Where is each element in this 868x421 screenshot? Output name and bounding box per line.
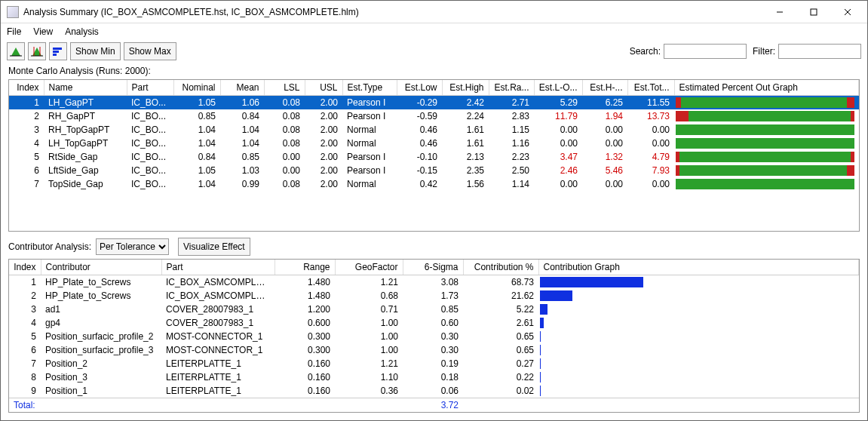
bar-chart-icon[interactable] [49,42,67,60]
window-title: Analysis Summary (IC_BOX_ASMCOMPLETE.hst… [23,7,762,17]
menu-analysis[interactable]: Analysis [65,26,99,37]
total-sixsigma: 3.72 [403,398,463,413]
histogram-green-icon[interactable] [7,42,25,60]
table-row[interactable]: 1LH_GapPTIC_BO... 1.051.060.082.00 Pears… [9,96,859,110]
app-window: Analysis Summary (IC_BOX_ASMCOMPLETE.hst… [0,0,868,421]
maximize-button[interactable] [796,2,830,23]
close-button[interactable] [830,2,864,23]
col-part[interactable]: Part [127,80,173,96]
col-lsl[interactable]: LSL [264,80,305,96]
toolbar: Show Min Show Max Search: Filter: [1,40,867,63]
col-contrib[interactable]: Contribution % [463,260,538,275]
col-mean[interactable]: Mean [220,80,264,96]
app-icon [7,6,19,18]
show-min-button[interactable]: Show Min [70,42,121,60]
search-label: Search: [630,46,661,57]
col-range[interactable]: Range [275,260,335,275]
table-row[interactable]: 1HP_Plate_to_ScrewsIC_BOX_ASMCOMPLETE 1.… [9,275,859,290]
col-usl[interactable]: USL [305,80,342,96]
col-index[interactable]: Index [9,80,44,96]
table-row[interactable]: 6LftSide_GapIC_BO... 1.051.030.002.00 Pe… [9,164,859,177]
table-row[interactable]: 7Position_2LEITERPLATTE_1 0.1601.210.190… [9,357,859,370]
col-graph[interactable]: Estimated Percent Out Graph [674,80,859,96]
contributor-controls: Contributor Analysis: Per Tolerance Visu… [8,238,860,256]
filter-label: Filter: [753,46,775,57]
monte-carlo-grid[interactable]: IndexNamePartNominalMeanLSLUSLEst.TypeEs… [8,79,860,232]
table-row[interactable]: 5Position_surfacic_profile_2MOST-CONNECT… [9,330,859,343]
col-esthigh[interactable]: Est.High [442,80,489,96]
search-input[interactable] [664,44,747,59]
minimize-button[interactable] [762,2,796,23]
svg-rect-11 [53,51,59,53]
col-index[interactable]: Index [9,260,41,275]
menu-view[interactable]: View [33,26,53,37]
table-row[interactable]: 8Position_3LEITERPLATTE_1 0.1601.100.180… [9,370,859,384]
content-area: Monte Carlo Analysis (Runs: 2000): Index… [1,63,867,420]
show-max-button[interactable]: Show Max [124,42,176,60]
svg-marker-4 [11,48,20,56]
table-row[interactable]: 5RtSide_GapIC_BO... 0.840.850.002.00 Pea… [9,150,859,164]
col-esth[interactable]: Est.H-... [582,80,627,96]
table-row[interactable]: 2RH_GapPTIC_BO... 0.850.840.082.00 Pears… [9,109,859,123]
col-graph[interactable]: Contribution Graph [538,260,859,275]
contributor-grid[interactable]: IndexContributorPartRangeGeoFactor6-Sigm… [8,259,860,413]
table-row[interactable]: 4LH_TopGapPTIC_BO... 1.041.040.082.00 No… [9,137,859,150]
col-esttype[interactable]: Est.Type [342,80,397,96]
table-row[interactable]: 6Position_surfacic_profile_3MOST-CONNECT… [9,343,859,357]
total-label: Total: [9,398,41,413]
titlebar: Analysis Summary (IC_BOX_ASMCOMPLETE.hst… [1,1,867,23]
table-row[interactable]: 7TopSide_GapIC_BO... 1.040.990.082.00 No… [9,177,859,191]
table-row[interactable]: 4gp4COVER_28007983_1 0.6001.000.602.61 [9,316,859,330]
histogram-outline-icon[interactable] [28,42,46,60]
col-contributor[interactable]: Contributor [41,260,161,275]
svg-rect-10 [53,48,62,50]
table-row[interactable]: 3RH_TopGapPTIC_BO... 1.041.040.082.00 No… [9,123,859,137]
monte-carlo-label: Monte Carlo Analysis (Runs: 2000): [8,66,860,76]
contributor-analysis-label: Contributor Analysis: [8,241,91,252]
menu-file[interactable]: File [7,26,21,37]
col-esttot[interactable]: Est.Tot... [627,80,674,96]
svg-rect-12 [53,54,57,56]
col-estlo[interactable]: Est.L-O... [534,80,582,96]
visualize-effect-button[interactable]: Visualize Effect [178,238,250,256]
svg-rect-1 [811,9,817,15]
window-controls [762,2,864,23]
filter-input[interactable] [778,44,861,59]
col-estlow[interactable]: Est.Low [397,80,442,96]
col-estra[interactable]: Est.Ra... [489,80,534,96]
contributor-mode-select[interactable]: Per Tolerance [96,238,169,255]
menubar: File View Analysis [1,23,867,40]
col-nominal[interactable]: Nominal [173,80,220,96]
col-sixsigma[interactable]: 6-Sigma [403,260,463,275]
table-row[interactable]: 3ad1COVER_28007983_1 1.2000.710.855.22 [9,303,859,316]
table-row[interactable]: 2HP_Plate_to_ScrewsIC_BOX_ASMCOMPLETE 1.… [9,289,859,303]
table-row[interactable]: 9Position_1LEITERPLATTE_1 0.1600.360.060… [9,384,859,398]
col-geofactor[interactable]: GeoFactor [335,260,403,275]
col-part[interactable]: Part [161,260,275,275]
col-name[interactable]: Name [44,80,127,96]
